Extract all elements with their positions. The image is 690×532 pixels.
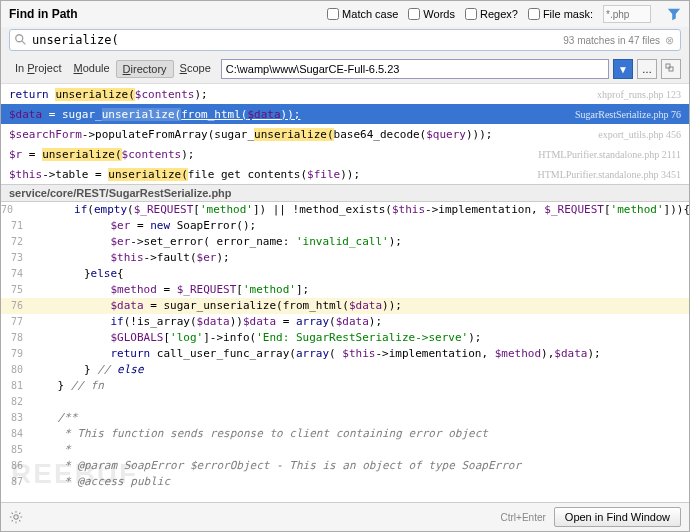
result-row[interactable]: $searchForm->populateFromArray(sugar_uns… bbox=[1, 124, 689, 144]
open-in-find-window-button[interactable]: Open in Find Window bbox=[554, 507, 681, 527]
scope-tab-directory[interactable]: Directory bbox=[116, 60, 174, 78]
recursive-icon[interactable] bbox=[661, 59, 681, 79]
gear-icon[interactable] bbox=[9, 510, 23, 524]
file-mask-input[interactable] bbox=[603, 5, 651, 23]
code-line: 79 return call_user_func_array(array( $t… bbox=[1, 346, 689, 362]
result-row[interactable]: return unserialize($contents);xhprof_run… bbox=[1, 84, 689, 104]
result-file: HTMLPurifier.standalone.php 3451 bbox=[537, 169, 681, 180]
result-file: HTMLPurifier.standalone.php 2111 bbox=[538, 149, 681, 160]
directory-dropdown-button[interactable]: ▼ bbox=[613, 59, 633, 79]
match-case-checkbox[interactable]: Match case bbox=[327, 8, 398, 20]
result-file: xhprof_runs.php 123 bbox=[597, 89, 681, 100]
result-file: export_utils.php 456 bbox=[598, 129, 681, 140]
code-line: 85 * bbox=[1, 442, 689, 458]
scope-tab-in-project[interactable]: In Project bbox=[9, 60, 67, 78]
result-row[interactable]: $data = sugar_unserialize(from_html($dat… bbox=[1, 104, 689, 124]
code-line: 74 }else{ bbox=[1, 266, 689, 282]
code-line: 70 if(empty($_REQUEST['method']) || !met… bbox=[1, 202, 689, 218]
code-line: 78 $GLOBALS['log']->info('End: SugarRest… bbox=[1, 330, 689, 346]
code-line: 87 * @access public bbox=[1, 474, 689, 490]
code-preview[interactable]: REEBUF 70 if(empty($_REQUEST['method']) … bbox=[1, 202, 689, 502]
scope-tab-module[interactable]: Module bbox=[67, 60, 115, 78]
svg-point-4 bbox=[14, 515, 18, 519]
match-count: 93 matches in 47 files bbox=[563, 35, 662, 46]
result-row[interactable]: $r = unserialize($contents);HTMLPurifier… bbox=[1, 144, 689, 164]
code-line: 71 $er = new SoapError(); bbox=[1, 218, 689, 234]
svg-line-1 bbox=[22, 41, 26, 45]
directory-input[interactable] bbox=[221, 59, 609, 79]
regex-checkbox[interactable]: Regex? bbox=[465, 8, 518, 20]
file-mask-checkbox[interactable]: File mask: bbox=[528, 8, 593, 20]
browse-button[interactable]: … bbox=[637, 59, 657, 79]
code-line: 81 } // fn bbox=[1, 378, 689, 394]
clear-icon[interactable]: ⊗ bbox=[662, 33, 676, 47]
svg-point-0 bbox=[16, 35, 23, 42]
code-line: 75 $method = $_REQUEST['method']; bbox=[1, 282, 689, 298]
scope-tab-scope[interactable]: Scope bbox=[174, 60, 217, 78]
result-row[interactable]: $this->table = unserialize(file get cont… bbox=[1, 164, 689, 184]
search-field[interactable]: 93 matches in 47 files ⊗ bbox=[9, 29, 681, 51]
code-line: 73 $this->fault($er); bbox=[1, 250, 689, 266]
code-line: 83 /** bbox=[1, 410, 689, 426]
search-icon bbox=[14, 33, 28, 47]
shortcut-hint: Ctrl+Enter bbox=[501, 512, 546, 523]
code-line: 72 $er->set_error( error_name: 'invalid_… bbox=[1, 234, 689, 250]
search-input[interactable] bbox=[28, 33, 563, 47]
filter-icon[interactable] bbox=[667, 7, 681, 21]
words-checkbox[interactable]: Words bbox=[408, 8, 455, 20]
code-line: 82 bbox=[1, 394, 689, 410]
result-file: SugarRestSerialize.php 76 bbox=[575, 109, 681, 120]
code-line: 77 if(!is_array($data))$data = array($da… bbox=[1, 314, 689, 330]
dialog-title: Find in Path bbox=[9, 7, 327, 21]
preview-path: service/core/REST/SugarRestSerialize.php bbox=[1, 184, 689, 202]
code-line: 80 } // else bbox=[1, 362, 689, 378]
code-line: 84 * This function sends response to cli… bbox=[1, 426, 689, 442]
code-line: 76 $data = sugar_unserialize(from_html($… bbox=[1, 298, 689, 314]
code-line: 86 * @param SoapError $errorObject - Thi… bbox=[1, 458, 689, 474]
